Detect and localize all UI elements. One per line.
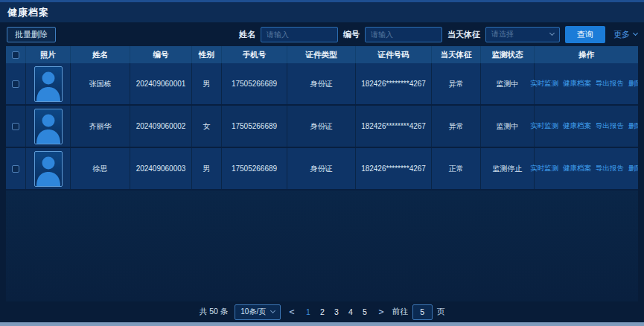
page-number-4[interactable]: 4 xyxy=(345,307,356,316)
header-cell-status: 监测状态 xyxy=(481,46,535,63)
toolbar: 批量删除 姓名 编号 当天体征 请选择 查询 更多 xyxy=(0,22,644,46)
delete-link[interactable]: 删除 xyxy=(628,79,638,89)
batch-delete-button[interactable]: 批量删除 xyxy=(7,27,56,42)
goto-label: 前往 xyxy=(392,307,408,317)
cell-vitals: 正常 xyxy=(432,148,481,189)
table-row: 徐思 202409060003 男 17505266689 身份证 182426… xyxy=(6,148,638,191)
cell-id-number: 182426********4267 xyxy=(356,106,432,147)
cell-gender: 女 xyxy=(192,106,222,147)
pagination-bar: 共 50 条 10条/页 < 1 2 3 4 5 > 前往 页 xyxy=(0,301,644,322)
table-empty-area xyxy=(6,191,638,301)
page-size-select[interactable]: 10条/页 xyxy=(235,304,281,320)
cell-id-number: 182426********4267 xyxy=(356,63,432,104)
header-cell-actions: 操作 xyxy=(535,46,638,63)
goto-page: 前往 页 xyxy=(392,304,445,320)
health-records-page: 健康档案 批量删除 姓名 编号 当天体征 请选择 查询 更多 照片 姓名 编号 xyxy=(0,0,644,326)
cell-id-number: 182426********4267 xyxy=(356,148,432,189)
cell-gender: 男 xyxy=(192,148,222,189)
cell-vitals: 异常 xyxy=(432,63,481,104)
profile-photo xyxy=(34,151,63,187)
header-cell-id-number: 证件号码 xyxy=(356,46,432,63)
cell-id-type: 身份证 xyxy=(287,148,356,189)
select-all-checkbox[interactable] xyxy=(12,51,19,59)
footer-bar xyxy=(0,322,644,326)
chevron-down-icon xyxy=(270,308,275,313)
name-filter-input[interactable] xyxy=(261,27,338,42)
page-number-3[interactable]: 3 xyxy=(331,307,342,316)
profile-photo xyxy=(34,109,63,144)
search-button[interactable]: 查询 xyxy=(565,26,605,43)
table-row: 齐丽华 202409060002 女 17505266689 身份证 18242… xyxy=(6,106,638,148)
vitals-filter-select[interactable]: 请选择 xyxy=(485,27,560,42)
realtime-monitor-link[interactable]: 实时监测 xyxy=(530,79,558,89)
cell-phone: 17505266689 xyxy=(222,63,287,104)
cell-name: 张国栋 xyxy=(71,63,130,104)
page-number-5[interactable]: 5 xyxy=(359,307,370,316)
code-filter-input[interactable] xyxy=(365,27,442,42)
cell-code: 202409060003 xyxy=(130,148,192,189)
table-header-row: 照片 姓名 编号 性别 手机号 证件类型 证件号码 当天体征 监测状态 操作 xyxy=(6,46,638,63)
header-cell-gender: 性别 xyxy=(192,46,222,63)
cell-status: 监测中 xyxy=(481,63,535,104)
titlebar: 健康档案 xyxy=(0,0,644,22)
name-filter-label: 姓名 xyxy=(239,29,255,40)
cell-name: 齐丽华 xyxy=(71,106,130,147)
vitals-filter-label: 当天体征 xyxy=(447,29,480,40)
delete-link[interactable]: 删除 xyxy=(628,121,638,131)
health-record-link[interactable]: 健康档案 xyxy=(563,164,591,173)
records-table: 照片 姓名 编号 性别 手机号 证件类型 证件号码 当天体征 监测状态 操作 张… xyxy=(6,46,638,301)
health-record-link[interactable]: 健康档案 xyxy=(563,121,591,131)
next-page-button[interactable]: > xyxy=(377,307,385,317)
export-report-link[interactable]: 导出报告 xyxy=(596,79,624,89)
chevron-down-icon xyxy=(633,31,638,36)
cell-id-type: 身份证 xyxy=(287,63,356,104)
cell-vitals: 异常 xyxy=(432,106,481,147)
page-number-1[interactable]: 1 xyxy=(302,307,313,316)
goto-suffix: 页 xyxy=(437,307,445,317)
row-checkbox[interactable] xyxy=(12,123,19,130)
page-title: 健康档案 xyxy=(7,6,49,19)
row-checkbox[interactable] xyxy=(12,165,19,173)
cell-gender: 男 xyxy=(192,63,222,104)
chevron-down-icon xyxy=(549,31,555,36)
person-silhouette-icon xyxy=(35,67,62,101)
header-cell-photo: 照片 xyxy=(26,46,71,63)
export-report-link[interactable]: 导出报告 xyxy=(596,121,624,131)
person-silhouette-icon xyxy=(35,152,62,186)
cell-phone: 17505266689 xyxy=(222,148,287,189)
row-actions: 实时监测 健康档案 导出报告 删除 xyxy=(530,121,638,131)
profile-photo xyxy=(34,66,63,102)
row-actions: 实时监测 健康档案 导出报告 删除 xyxy=(530,79,638,89)
header-cell-vitals: 当天体征 xyxy=(432,46,481,63)
page-number-2[interactable]: 2 xyxy=(316,307,328,316)
cell-code: 202409060001 xyxy=(130,63,192,104)
header-cell-select xyxy=(6,46,26,63)
cell-code: 202409060002 xyxy=(130,106,192,147)
more-button[interactable]: 更多 xyxy=(613,29,637,40)
cell-name: 徐思 xyxy=(71,148,130,189)
header-cell-code: 编号 xyxy=(130,46,192,63)
goto-page-input[interactable] xyxy=(412,304,433,320)
code-filter-label: 编号 xyxy=(343,29,360,40)
total-count: 共 50 条 xyxy=(200,307,229,317)
health-record-link[interactable]: 健康档案 xyxy=(563,79,591,89)
realtime-monitor-link[interactable]: 实时监测 xyxy=(530,164,558,173)
vitals-filter-select-value: 请选择 xyxy=(491,29,514,39)
cell-status: 监测停止 xyxy=(481,148,535,189)
row-actions: 实时监测 健康档案 导出报告 删除 xyxy=(530,164,638,173)
person-silhouette-icon xyxy=(35,109,62,144)
filter-bar: 姓名 编号 当天体征 请选择 查询 更多 xyxy=(239,26,637,43)
more-button-label: 更多 xyxy=(613,29,630,40)
page-size-value: 10条/页 xyxy=(240,307,266,317)
delete-link[interactable]: 删除 xyxy=(628,164,638,173)
realtime-monitor-link[interactable]: 实时监测 xyxy=(530,121,558,131)
cell-id-type: 身份证 xyxy=(287,106,356,147)
export-report-link[interactable]: 导出报告 xyxy=(596,164,624,173)
header-cell-name: 姓名 xyxy=(71,46,130,63)
page-numbers: 1 2 3 4 5 xyxy=(302,307,370,316)
table-row: 张国栋 202409060001 男 17505266689 身份证 18242… xyxy=(6,63,638,106)
prev-page-button[interactable]: < xyxy=(287,307,296,317)
cell-status: 监测中 xyxy=(481,106,535,147)
row-checkbox[interactable] xyxy=(12,80,19,88)
header-cell-id-type: 证件类型 xyxy=(287,46,356,63)
